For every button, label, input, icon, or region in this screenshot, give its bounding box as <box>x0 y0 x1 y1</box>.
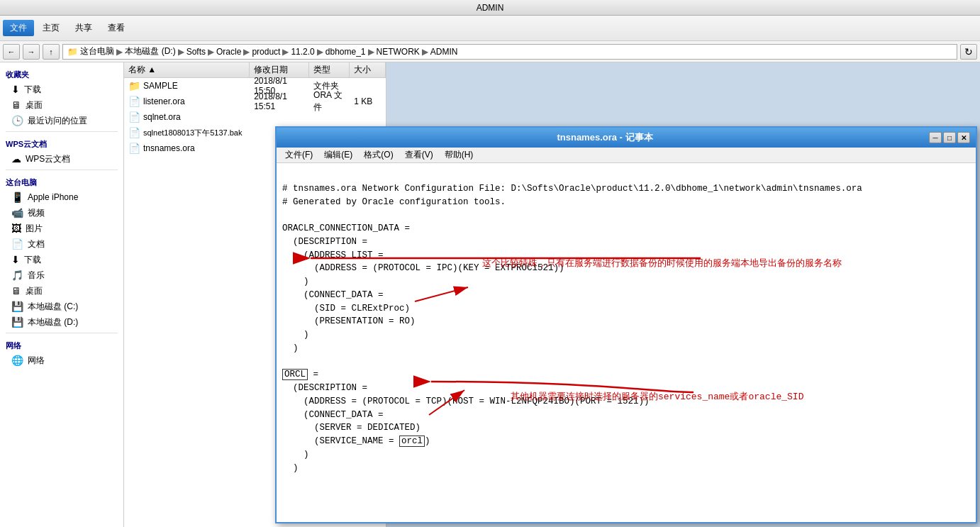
recent-icon: 🕒 <box>11 115 23 126</box>
content-line-13: ORCL = <box>282 369 318 380</box>
title-text: ADMIN <box>477 3 504 13</box>
sidebar-section-wps: WPS云文档 <box>0 135 123 151</box>
sidebar-item-diskc[interactable]: 💾本地磁盘 (C:) <box>0 299 123 314</box>
sidebar-section-favorites: 收藏夹 <box>0 65 123 82</box>
toolbar-file-btn[interactable]: 文件 <box>3 20 34 36</box>
content-line-14: (DESCRIPTION = <box>282 383 367 393</box>
minimize-button[interactable]: ─ <box>929 132 942 143</box>
pictures-icon: 🖼 <box>11 223 21 234</box>
toolbar-share-btn[interactable]: 共享 <box>68 20 99 36</box>
sidebar-item-video[interactable]: 📹视频 <box>0 205 123 221</box>
content-line-19: ) <box>282 450 309 460</box>
notepad-menu: 文件(F) 编辑(E) 格式(O) 查看(V) 帮助(H) <box>277 148 976 163</box>
address-bar: ← → ↑ 📁 这台电脑 ▶ 本地磁盘 (D:) ▶ Softs ▶ Oracl… <box>0 41 980 62</box>
table-row[interactable]: 📄listener.ora 2018/8/1 15:51 ORA 文件 1 KB <box>124 94 386 109</box>
content-line-20: ) <box>282 463 299 473</box>
desktop-icon: 🖥 <box>11 99 21 111</box>
sidebar-item-docs[interactable]: 📄文档 <box>0 236 123 252</box>
notepad-title-text: tnsnames.ora - 记事本 <box>282 131 928 144</box>
col-header-type[interactable]: 类型 <box>309 62 350 77</box>
menu-format[interactable]: 格式(O) <box>358 148 399 162</box>
col-header-date[interactable]: 修改日期 <box>250 62 309 77</box>
content-line-6: (ADDRESS = (PROTOCOL = IPC)(KEY = EXTPRO… <box>282 263 564 273</box>
sidebar-item-music[interactable]: 🎵音乐 <box>0 267 123 283</box>
sidebar-item-desktop2[interactable]: 🖥桌面 <box>0 283 123 299</box>
col-header-size[interactable]: 大小 <box>350 62 386 77</box>
back-button[interactable]: ← <box>3 44 20 60</box>
diskd-icon: 💾 <box>11 316 23 328</box>
download2-icon: ⬇ <box>11 254 20 265</box>
refresh-button[interactable]: ↻ <box>960 44 977 60</box>
network-icon: 🌐 <box>11 355 23 366</box>
download-icon: ⬇ <box>11 84 20 95</box>
content-line-16: (CONNECT_DATA = <box>282 410 384 420</box>
desktop2-icon: 🖥 <box>11 285 21 296</box>
video-icon: 📹 <box>11 207 23 218</box>
content-line-9: (SID = CLRExtProc) <box>282 304 410 314</box>
divider2 <box>6 170 118 170</box>
sidebar-item-diskd[interactable]: 💾本地磁盘 (D:) <box>0 314 123 330</box>
content-line-11: ) <box>282 330 309 340</box>
docs-icon: 📄 <box>11 238 23 250</box>
toolbar-view-btn[interactable]: 查看 <box>101 20 132 36</box>
toolbar: 文件 主页 共享 查看 <box>0 16 980 41</box>
table-row[interactable]: 📄sqlnet.ora <box>124 109 386 125</box>
content-line-1: # tnsnames.ora Network Configuration Fil… <box>282 184 862 194</box>
content-line-17: (SERVER = DEDICATED) <box>282 423 421 433</box>
content-line-3: ORACLR_CONNECTION_DATA = <box>282 223 410 233</box>
sidebar-item-download2[interactable]: ⬇下载 <box>0 252 123 267</box>
sidebar-item-network[interactable]: 🌐网络 <box>0 353 123 368</box>
menu-help[interactable]: 帮助(H) <box>439 148 479 162</box>
diskc-icon: 💾 <box>11 301 23 312</box>
annotation-svg <box>277 163 976 522</box>
content-line-4: (DESCRIPTION = <box>282 237 367 247</box>
content-line-12: ) <box>282 343 299 353</box>
sidebar-section-thispc: 这台电脑 <box>0 173 123 189</box>
sidebar-item-recent[interactable]: 🕒最近访问的位置 <box>0 113 123 128</box>
sidebar: 收藏夹 ⬇下载 🖥桌面 🕒最近访问的位置 WPS云文档 ☁WPS云文档 这台电脑… <box>0 62 124 527</box>
col-header-name[interactable]: 名称 ▲ <box>124 62 250 77</box>
divider3 <box>6 333 118 333</box>
content-line-18: (SERVICE_NAME = orcl) <box>282 436 430 447</box>
sidebar-item-pictures[interactable]: 🖼图片 <box>0 221 123 236</box>
sidebar-item-wps[interactable]: ☁WPS云文档 <box>0 151 123 167</box>
content-line-8: (CONNECT_DATA = <box>282 290 384 300</box>
menu-file[interactable]: 文件(F) <box>279 148 318 162</box>
sidebar-item-iphone[interactable]: 📱Apple iPhone <box>0 189 123 205</box>
path-icon: 📁 <box>67 47 78 57</box>
notepad-title-bar: tnsnames.ora - 记事本 ─ □ ✕ <box>277 128 976 148</box>
notepad-window: tnsnames.ora - 记事本 ─ □ ✕ 文件(F) 编辑(E) 格式(… <box>275 126 977 523</box>
content-line-7: ) <box>282 277 309 287</box>
content-line-10: (PRESENTATION = RO) <box>282 316 416 326</box>
up-button[interactable]: ↑ <box>43 44 60 60</box>
iphone-icon: 📱 <box>11 192 23 203</box>
cloud-icon: ☁ <box>11 153 21 165</box>
divider1 <box>6 131 118 132</box>
menu-edit[interactable]: 编辑(E) <box>318 148 358 162</box>
maximize-button[interactable]: □ <box>943 132 956 143</box>
content-line-15: (ADDRESS = (PROTOCOL = TCP)(HOST = WIN-L… <box>282 396 650 406</box>
close-button[interactable]: ✕ <box>957 132 970 143</box>
sidebar-section-network: 网络 <box>0 336 123 353</box>
sidebar-item-download1[interactable]: ⬇下载 <box>0 82 123 97</box>
title-bar: ADMIN <box>0 0 980 16</box>
menu-view[interactable]: 查看(V) <box>399 148 439 162</box>
address-path[interactable]: 📁 这台电脑 ▶ 本地磁盘 (D:) ▶ Softs ▶ Oracle ▶ pr… <box>62 44 957 60</box>
music-icon: 🎵 <box>11 270 23 281</box>
forward-button[interactable]: → <box>23 44 40 60</box>
content-line-5: (ADDRESS_LIST = <box>282 250 384 260</box>
notepad-content[interactable]: # tnsnames.ora Network Configuration Fil… <box>277 163 976 522</box>
sidebar-item-desktop1[interactable]: 🖥桌面 <box>0 97 123 113</box>
toolbar-home-btn[interactable]: 主页 <box>35 20 67 36</box>
svg-line-1 <box>415 287 468 301</box>
content-line-2: # Generated by Oracle configuration tool… <box>282 197 506 207</box>
